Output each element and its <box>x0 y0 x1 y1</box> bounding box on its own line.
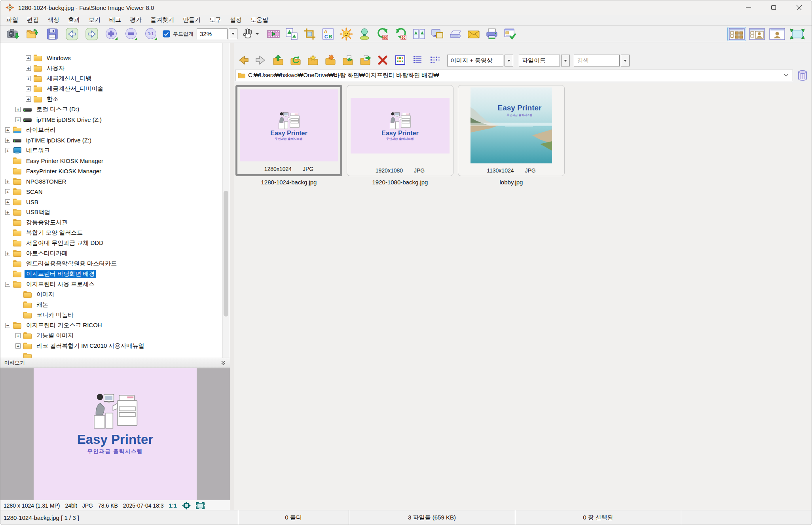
draw-text-button[interactable]: A C B <box>321 27 336 41</box>
recycle-bin-button[interactable] <box>796 69 809 82</box>
expand-toggle[interactable]: + <box>5 148 10 153</box>
tree-item[interactable]: +기능별 이미지 <box>0 330 221 341</box>
view-list-button[interactable] <box>428 53 442 67</box>
expand-toggle[interactable]: + <box>26 55 31 61</box>
file-thumbnail-card[interactable]: Easy Printer무인과금 출력시스템1280x1024JPG <box>235 85 342 176</box>
pan-view-icon[interactable] <box>182 502 191 510</box>
view-full-image-button[interactable] <box>768 27 787 41</box>
expand-toggle[interactable]: + <box>5 251 10 256</box>
menu-item[interactable]: 즐겨찾기 <box>146 15 178 25</box>
tree-item[interactable]: +아토스터디카페 <box>0 248 221 258</box>
tree-item[interactable]: +서울여대 무인과금 교체 DDD <box>0 238 221 248</box>
expand-toggle[interactable]: + <box>15 117 21 122</box>
close-button[interactable] <box>786 0 812 15</box>
menu-item[interactable]: 색상 <box>43 15 64 25</box>
file-name[interactable]: lobby.jpg <box>458 179 565 186</box>
refresh-folder-button[interactable] <box>288 53 302 67</box>
file-thumbnail-card[interactable]: Easy Printer무인과금 출력시스템1920x1080JPG <box>347 85 453 176</box>
address-dropdown-arrow[interactable] <box>782 74 790 77</box>
zoom-value[interactable]: 32% <box>197 28 228 39</box>
tree-item[interactable]: +네트워크 <box>0 145 221 155</box>
menu-item[interactable]: 만들기 <box>178 15 205 25</box>
forward-button[interactable] <box>84 27 99 41</box>
tree-item[interactable]: +Easy Printer KIOSK Manager <box>0 155 221 166</box>
wallpaper-button[interactable] <box>430 27 445 41</box>
tree-item[interactable]: +ipTIME ipDISK Drive (Z:) <box>0 135 221 145</box>
fit-window-icon[interactable] <box>196 502 205 509</box>
zoom-out-button[interactable] <box>124 27 139 41</box>
view-thumbnails-button[interactable] <box>393 53 407 67</box>
tree-item[interactable]: +리코 컬러복합기 IM C2010 사용자매뉴얼 <box>0 341 221 351</box>
hand-tool-button[interactable] <box>241 28 259 40</box>
file-filter-arrow[interactable] <box>505 55 513 66</box>
file-filter-select[interactable]: 이미지 + 동영상 <box>447 55 513 66</box>
tree-item[interactable]: −이지프린터 사용 프로세스 <box>0 279 221 289</box>
tree-item[interactable]: + <box>0 351 221 358</box>
zoom-in-button[interactable] <box>104 27 119 41</box>
expand-toggle[interactable]: + <box>5 189 10 194</box>
menu-item[interactable]: 도구 <box>205 15 226 25</box>
open-folder-button[interactable] <box>25 27 40 41</box>
sort-arrow[interactable] <box>561 55 570 66</box>
sort-value[interactable]: 파일이름 <box>519 55 560 66</box>
screen-capture-camera-button[interactable] <box>5 27 20 41</box>
view-fullscreen-button[interactable] <box>788 27 807 41</box>
move-to-folder-button[interactable] <box>341 53 355 67</box>
expand-toggle[interactable]: + <box>5 179 10 184</box>
tree-item[interactable]: +USB <box>0 197 221 207</box>
expand-toggle[interactable]: + <box>5 138 10 143</box>
tree-scrollbar-thumb[interactable] <box>224 191 228 317</box>
search-input[interactable]: 검색 <box>574 55 620 66</box>
tree-item[interactable]: +캐논 <box>0 299 221 310</box>
expand-toggle[interactable]: + <box>5 127 10 133</box>
tree-item[interactable]: +사용자 <box>0 63 221 73</box>
tree-item[interactable]: +SCAN <box>0 186 221 197</box>
tree-item[interactable]: +강동중앙도서관 <box>0 217 221 227</box>
tree-item[interactable]: +NPG88TONER <box>0 176 221 186</box>
tree-item[interactable]: +로컬 디스크 (D:) <box>0 104 221 114</box>
clone-stamp-button[interactable] <box>357 27 372 41</box>
view-browser-button[interactable] <box>727 27 746 41</box>
history-forward-button[interactable] <box>254 53 268 67</box>
history-back-button[interactable] <box>236 53 250 67</box>
minimize-button[interactable] <box>736 0 761 15</box>
tree-item[interactable]: +Windows <box>0 53 221 63</box>
favorites-folder-button[interactable] <box>306 53 320 67</box>
rotate-left-button[interactable]: 90 <box>375 27 390 41</box>
expand-toggle[interactable]: + <box>26 86 31 91</box>
tree-item[interactable]: +한조 <box>0 94 221 104</box>
panel-splitter[interactable] <box>230 43 234 510</box>
file-name[interactable]: 1920-1080-backg.jpg <box>347 179 453 186</box>
expand-toggle[interactable]: + <box>26 97 31 102</box>
up-folder-button[interactable] <box>271 53 285 67</box>
tree-item[interactable]: −이지프린터 키오스크 RICOH <box>0 320 221 330</box>
tree-item[interactable]: +코니카 미놀타 <box>0 310 221 320</box>
menu-item[interactable]: 파일 <box>2 15 23 25</box>
email-button[interactable] <box>466 27 481 41</box>
view-thumbnail-strip-button[interactable] <box>747 27 766 41</box>
file-thumbnail-card[interactable]: Easy Printer 무인과금 출력시스템 1130x1024JPG <box>458 85 565 176</box>
search-arrow[interactable] <box>621 55 630 66</box>
scan-button[interactable] <box>448 27 463 41</box>
expand-toggle[interactable]: + <box>15 343 21 349</box>
tree-item[interactable]: +USB백업 <box>0 207 221 217</box>
save-button[interactable] <box>45 27 60 41</box>
file-name[interactable]: 1280-1024-backg.jpg <box>235 179 342 186</box>
compare-button[interactable] <box>412 27 427 41</box>
rotate-right-button[interactable]: 90 <box>393 27 408 41</box>
maximize-button[interactable] <box>761 0 786 15</box>
tree-item[interactable]: +복합기 모양 일러스트 <box>0 227 221 238</box>
address-combobox[interactable]: C:₩Users₩hskwo₩OneDrive₩바탕 화면₩이지프린터 바탕화면… <box>235 70 793 81</box>
expand-toggle[interactable]: + <box>5 210 10 215</box>
smooth-checkbox-icon[interactable] <box>163 30 170 38</box>
smooth-checkbox-group[interactable]: 부드럽게 <box>163 30 194 38</box>
tree-item[interactable]: +EasyPrinter KiOSK Manager <box>0 166 221 176</box>
collapse-toggle[interactable]: − <box>5 323 10 328</box>
slideshow-button[interactable] <box>266 27 281 41</box>
settings-button[interactable] <box>503 27 518 41</box>
zoom-select-arrow[interactable] <box>229 28 237 39</box>
zoom-select[interactable]: 32% <box>197 28 237 39</box>
expand-toggle[interactable]: + <box>26 66 31 71</box>
menu-item[interactable]: 효과 <box>64 15 84 25</box>
tree-scrollbar[interactable] <box>222 43 230 358</box>
